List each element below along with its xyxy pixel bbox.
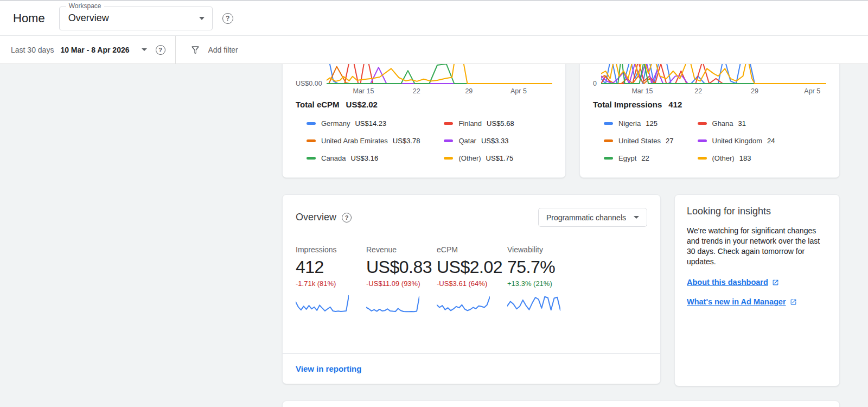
x-tick-label: Apr 5	[804, 87, 820, 95]
legend-value: 24	[767, 137, 775, 145]
x-tick-label: 22	[413, 87, 420, 95]
total-row: Total eCPMUS$2.02	[296, 100, 552, 109]
external-link-icon	[772, 279, 779, 286]
legend-item: Ghana31	[698, 118, 775, 129]
legend-color-chip	[444, 139, 453, 142]
date-range-label: Last 30 days	[11, 46, 54, 54]
legend-name: Canada	[321, 154, 346, 162]
legend-value: US$3.16	[351, 154, 379, 162]
metric-label: Revenue	[366, 245, 437, 254]
workspace-select-label: Workspace	[66, 2, 104, 10]
channel-selector-value: Programmatic channels	[546, 213, 626, 222]
metric-delta: -US$3.61 (64%)	[437, 279, 507, 288]
total-label: Total eCPM	[296, 100, 340, 109]
sparkline-chart	[296, 292, 349, 314]
legend-color-chip	[444, 122, 453, 125]
legend-item: United Arab EmiratesUS$3.78	[307, 135, 420, 146]
legend-value: US$1.75	[486, 154, 514, 162]
insights-body: We're watching for significant changes a…	[687, 226, 827, 267]
about-dashboard-link[interactable]: About this dashboard	[687, 278, 827, 287]
next-card-partial	[282, 400, 840, 407]
divider	[175, 36, 176, 64]
legend-name: United Arab Emirates	[321, 137, 388, 145]
legend-value: US$3.78	[393, 137, 420, 145]
x-tick-label: 22	[694, 87, 702, 95]
app-header: Home Workspace Overview ?	[0, 1, 868, 36]
legend-name: Egypt	[618, 154, 636, 162]
ecpm-chart-card: US$0.00 US$0.00 Mar 152229Apr 5 Total eC…	[282, 64, 566, 178]
metric-value: 75.7%	[507, 257, 578, 277]
legend-item: CanadaUS$3.16	[307, 152, 420, 163]
legend-item: GermanyUS$14.23	[307, 118, 420, 129]
metric-impressions: Impressions412-1.71k (81%)	[296, 245, 366, 314]
x-tick-label: Mar 15	[353, 87, 374, 95]
total-label: Total Impressions	[593, 100, 662, 109]
chevron-down-icon	[142, 48, 147, 51]
ecpm-line-chart[interactable]	[327, 64, 552, 85]
total-value: US$2.02	[346, 100, 378, 109]
legend-name: Nigeria	[618, 119, 641, 128]
workspace-select[interactable]: Workspace Overview	[59, 7, 213, 30]
legend-color-chip	[698, 122, 707, 125]
overview-card: Overview ? Programmatic channels Impress…	[282, 194, 661, 384]
legend-name: Ghana	[712, 119, 733, 128]
chart-legend: Nigeria125Ghana31United States27United K…	[593, 118, 826, 163]
metrics-row: Impressions412-1.71k (81%)RevenueUS$0.83…	[296, 245, 647, 314]
channel-selector-dropdown[interactable]: Programmatic channels	[538, 208, 647, 227]
total-row: Total Impressions412	[593, 100, 826, 109]
help-icon[interactable]: ?	[222, 13, 233, 24]
date-range-value: 10 Mar - 8 Apr 2026	[60, 46, 129, 54]
legend-item: United Kingdom24	[698, 135, 775, 146]
legend-color-chip	[604, 139, 613, 142]
total-value: 412	[668, 100, 682, 109]
date-range-picker[interactable]: Last 30 days 10 Mar - 8 Apr 2026	[11, 46, 147, 54]
chevron-down-icon	[199, 17, 205, 20]
legend-name: (Other)	[458, 154, 481, 162]
legend-item: United States27	[604, 135, 674, 146]
impressions-line-chart[interactable]	[601, 64, 826, 85]
metric-label: Viewability	[507, 245, 578, 254]
x-tick-label: Apr 5	[510, 87, 527, 95]
x-axis: 0 Mar 152229Apr 5	[593, 85, 826, 97]
legend-item: (Other)183	[698, 152, 775, 163]
legend-value: US$3.33	[481, 137, 509, 145]
metric-revenue: RevenueUS$0.83-US$11.09 (93%)	[366, 245, 437, 314]
metric-label: Impressions	[296, 245, 366, 254]
legend-item: Nigeria125	[604, 118, 674, 129]
legend-name: (Other)	[712, 154, 735, 162]
help-icon[interactable]: ?	[342, 213, 352, 222]
legend-color-chip	[604, 157, 613, 160]
sparkline-chart	[366, 292, 419, 314]
y-axis-label: 0	[593, 80, 601, 87]
metric-label: eCPM	[437, 245, 507, 254]
x-tick-label: 29	[751, 87, 758, 95]
overview-card-footer: View in reporting	[283, 353, 660, 384]
chevron-down-icon	[634, 216, 639, 219]
metric-viewability: Viewability75.7%+13.3% (21%)	[507, 245, 578, 314]
metric-delta: -US$11.09 (93%)	[366, 279, 437, 288]
legend-name: United States	[618, 137, 661, 145]
insights-card: Looking for insights We're watching for …	[674, 194, 840, 386]
y-axis-label: US$0.00	[296, 80, 327, 87]
filter-bar: Last 30 days 10 Mar - 8 Apr 2026 ? Add f…	[0, 36, 868, 64]
legend-color-chip	[604, 122, 613, 125]
legend-item: FinlandUS$5.68	[444, 118, 514, 129]
legend-value: 125	[646, 119, 658, 128]
ecpm-chart-plot: US$0.00	[296, 64, 552, 85]
legend-color-chip	[698, 139, 707, 142]
view-in-reporting-link[interactable]: View in reporting	[296, 364, 361, 373]
sparkline-chart	[437, 292, 490, 314]
help-icon[interactable]: ?	[156, 45, 165, 55]
metric-value: US$2.02	[437, 257, 507, 277]
legend-color-chip	[444, 157, 453, 160]
legend-color-chip	[307, 122, 316, 125]
chart-legend: GermanyUS$14.23FinlandUS$5.68United Arab…	[296, 118, 552, 163]
add-filter-button[interactable]: Add filter	[208, 46, 238, 54]
page-title: Home	[13, 11, 45, 26]
whats-new-link[interactable]: What's new in Ad Manager	[687, 297, 827, 306]
legend-item: Egypt22	[604, 152, 674, 163]
dashboard-content: US$0.00 US$0.00 Mar 152229Apr 5 Total eC…	[0, 64, 868, 407]
filter-icon[interactable]	[190, 44, 201, 55]
impressions-chart-plot: 0	[593, 64, 826, 85]
legend-name: Finland	[458, 119, 482, 128]
